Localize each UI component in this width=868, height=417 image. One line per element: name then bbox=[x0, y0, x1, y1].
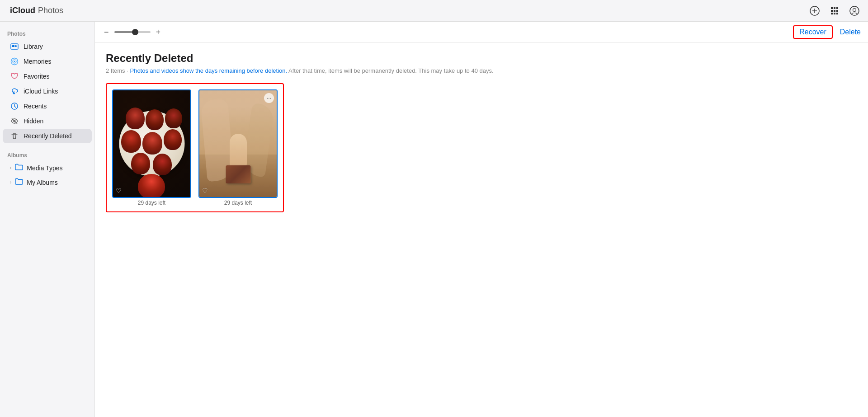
sidebar-item-memories[interactable]: Memories bbox=[3, 54, 92, 69]
photo-item-2[interactable]: ··· ♡ 29 days left bbox=[198, 89, 278, 206]
chevron-right-icon-2: › bbox=[10, 180, 11, 185]
page-title: Recently Deleted bbox=[106, 52, 857, 65]
grid-icon[interactable] bbox=[828, 5, 841, 17]
sidebar-item-library[interactable]: Library bbox=[3, 39, 92, 54]
subtitle-suffix: After that time, items will be permanent… bbox=[288, 67, 494, 74]
sidebar-item-favorites[interactable]: Favorites bbox=[3, 69, 92, 84]
toolbar: − + Recover Delete bbox=[95, 22, 868, 43]
svg-point-12 bbox=[850, 6, 859, 15]
add-icon[interactable] bbox=[808, 5, 821, 17]
photo-days-1: 29 days left bbox=[138, 200, 165, 206]
photo-item-1[interactable]: ♡ 29 days left bbox=[112, 89, 191, 206]
memories-icon bbox=[10, 57, 19, 66]
svg-rect-6 bbox=[831, 10, 833, 12]
svg-rect-7 bbox=[834, 10, 835, 12]
library-icon bbox=[10, 42, 19, 51]
favorite-icon-1[interactable]: ♡ bbox=[116, 187, 122, 194]
zoom-slider[interactable] bbox=[114, 31, 151, 33]
items-count: 2 Items bbox=[106, 67, 125, 74]
hidden-label: Hidden bbox=[24, 117, 43, 125]
albums-section-label: Albums bbox=[0, 149, 94, 160]
svg-rect-4 bbox=[834, 7, 835, 9]
recents-label: Recents bbox=[24, 103, 47, 110]
svg-rect-9 bbox=[831, 13, 833, 14]
svg-rect-11 bbox=[836, 13, 838, 14]
content-area: − + Recover Delete Recently Deleted 2 It… bbox=[95, 22, 868, 417]
sidebar-item-hidden[interactable]: Hidden bbox=[3, 114, 92, 128]
profile-icon[interactable] bbox=[848, 5, 861, 17]
more-options-icon-2[interactable]: ··· bbox=[264, 93, 274, 103]
photos-selection-wrapper: ♡ 29 days left bbox=[106, 83, 284, 212]
svg-rect-15 bbox=[12, 45, 14, 47]
sidebar-item-icloud-links[interactable]: iCloud Links bbox=[3, 84, 92, 98]
memories-label: Memories bbox=[24, 58, 51, 65]
svg-rect-10 bbox=[834, 13, 835, 14]
icloud-links-label: iCloud Links bbox=[24, 88, 58, 95]
page-subtitle: 2 Items · Photos and videos show the day… bbox=[106, 67, 857, 74]
recently-deleted-label: Recently Deleted bbox=[24, 132, 72, 140]
favorites-label: Favorites bbox=[24, 73, 50, 80]
sidebar-item-my-albums[interactable]: › My Albums bbox=[3, 175, 92, 189]
delete-button[interactable]: Delete bbox=[840, 28, 861, 36]
toolbar-right: Recover Delete bbox=[793, 25, 861, 39]
folder-icon-media bbox=[15, 164, 23, 172]
zoom-out-button[interactable]: − bbox=[102, 27, 111, 37]
zoom-in-button[interactable]: + bbox=[154, 27, 163, 37]
photos-grid: ♡ 29 days left bbox=[112, 89, 278, 206]
chevron-right-icon: › bbox=[10, 165, 11, 170]
my-albums-label: My Albums bbox=[27, 179, 57, 186]
main-layout: Photos Library Memories bbox=[0, 22, 868, 417]
zoom-controls: − + bbox=[102, 27, 162, 37]
icloud-label: iCloud bbox=[10, 6, 35, 15]
svg-rect-8 bbox=[836, 10, 838, 12]
svg-rect-3 bbox=[831, 7, 833, 9]
favorites-icon bbox=[10, 72, 19, 81]
photos-label: Photos bbox=[38, 6, 63, 15]
hidden-icon bbox=[10, 117, 19, 126]
trash-icon bbox=[10, 131, 19, 141]
svg-rect-5 bbox=[836, 7, 838, 9]
sidebar-item-media-types[interactable]: › Media Types bbox=[3, 161, 92, 175]
svg-point-19 bbox=[14, 61, 15, 62]
sidebar-item-recently-deleted[interactable]: Recently Deleted bbox=[3, 129, 92, 143]
top-bar-actions bbox=[808, 5, 861, 17]
svg-point-16 bbox=[15, 45, 17, 47]
content-body: Recently Deleted 2 Items · Photos and vi… bbox=[95, 43, 868, 221]
sidebar: Photos Library Memories bbox=[0, 22, 95, 417]
folder-icon-albums bbox=[15, 178, 23, 187]
favorite-icon-2[interactable]: ♡ bbox=[202, 187, 208, 194]
icloud-links-icon bbox=[10, 87, 19, 96]
app-logo: iCloud Photos bbox=[7, 6, 63, 15]
top-bar: iCloud Photos bbox=[0, 0, 868, 22]
recover-button[interactable]: Recover bbox=[793, 25, 833, 39]
recents-icon bbox=[10, 102, 19, 111]
svg-point-13 bbox=[853, 8, 856, 11]
photos-section-label: Photos bbox=[0, 27, 94, 39]
photo-thumb-1[interactable]: ♡ bbox=[112, 89, 191, 198]
sidebar-item-recents[interactable]: Recents bbox=[3, 99, 92, 113]
library-label: Library bbox=[24, 43, 43, 50]
media-types-label: Media Types bbox=[27, 164, 62, 172]
subtitle-link: Photos and videos show the days remainin… bbox=[130, 67, 287, 74]
photo-days-2: 29 days left bbox=[224, 200, 252, 206]
photo-thumb-2[interactable]: ··· ♡ bbox=[198, 89, 278, 198]
